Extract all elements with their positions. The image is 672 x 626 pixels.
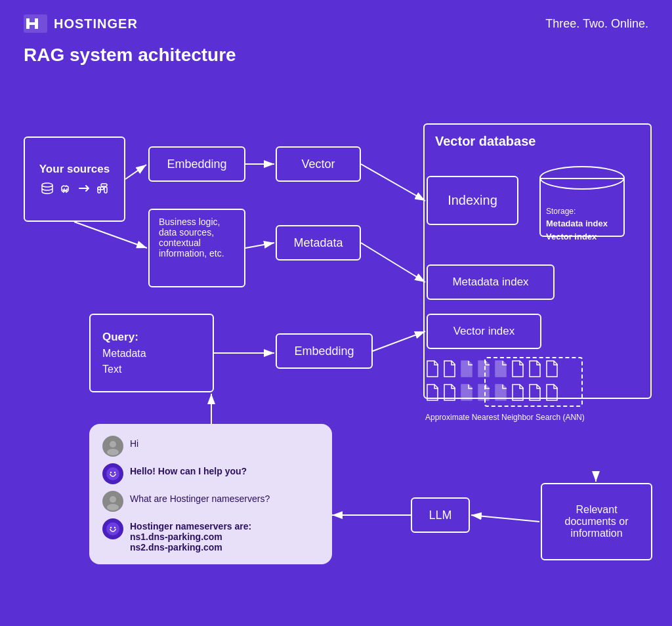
svg-line-2 bbox=[125, 165, 146, 179]
svg-point-26 bbox=[110, 496, 116, 503]
cylinder-text: Storage: Metadata index Vector index bbox=[546, 205, 608, 243]
embedding2-label: Embedding bbox=[294, 344, 354, 358]
page-title: RAG system achitecture bbox=[0, 39, 672, 77]
svg-point-29 bbox=[110, 527, 112, 528]
user-avatar-1 bbox=[102, 436, 123, 457]
indexing-label: Indexing bbox=[448, 193, 497, 208]
svg-point-23 bbox=[106, 467, 119, 480]
tagline: Three. Two. Online. bbox=[545, 17, 648, 31]
llm-label: LLM bbox=[429, 509, 452, 522]
query-box: Query: Metadata Text bbox=[89, 314, 214, 392]
svg-point-16 bbox=[66, 188, 68, 190]
query-text: Text bbox=[102, 364, 121, 375]
svg-point-30 bbox=[114, 527, 116, 528]
chat-msg-2: Hello! How can I help you? bbox=[130, 463, 247, 476]
chat-bubble: Hi Hello! How can I help you? What are H… bbox=[89, 424, 332, 564]
storage-cylinder: Storage: Metadata index Vector index bbox=[539, 166, 625, 241]
source-icons bbox=[40, 181, 110, 196]
svg-point-14 bbox=[42, 183, 52, 187]
svg-point-15 bbox=[64, 188, 65, 190]
storage-label: Storage: bbox=[546, 205, 608, 217]
bizlogic-label: Business logic, data sources, contextual… bbox=[159, 217, 235, 259]
vec-index-label: Vector index bbox=[453, 325, 515, 338]
vector-box: Vector bbox=[276, 146, 361, 182]
header: HOSTINGER Three. Two. Online. bbox=[0, 0, 672, 39]
svg-line-10 bbox=[471, 515, 539, 522]
diagram: Your sources Embedding Vector Business l… bbox=[0, 77, 672, 616]
ai-avatar-1 bbox=[102, 463, 123, 484]
relevant-label: Relevant documents or information bbox=[550, 504, 643, 539]
sources-label: Your sources bbox=[39, 163, 110, 176]
meta-index-label: Metadata index bbox=[452, 276, 528, 289]
svg-rect-18 bbox=[101, 184, 107, 186]
ai-avatar-2 bbox=[102, 518, 123, 539]
chat-msg-1: Hi bbox=[130, 436, 138, 449]
svg-line-5 bbox=[245, 243, 274, 248]
metadata-box: Metadata bbox=[276, 225, 361, 261]
vector-label: Vector bbox=[301, 157, 335, 171]
query-metadata: Metadata bbox=[102, 348, 146, 360]
svg-point-24 bbox=[110, 472, 112, 473]
chat-msg-3: What are Hostinger nameservers? bbox=[130, 491, 270, 504]
logo-text: HOSTINGER bbox=[54, 16, 138, 31]
svg-point-25 bbox=[114, 472, 116, 473]
svg-point-27 bbox=[107, 504, 119, 511]
storage-vec: Vector index bbox=[546, 230, 608, 243]
svg-rect-19 bbox=[104, 187, 107, 193]
vdb-label: Vector database bbox=[435, 134, 536, 149]
sources-box: Your sources bbox=[24, 136, 125, 222]
svg-point-22 bbox=[107, 449, 119, 455]
logo: HOSTINGER bbox=[24, 14, 138, 33]
meta-index-box: Metadata index bbox=[427, 264, 555, 300]
query-label: Query: bbox=[102, 331, 138, 344]
chat-row-4: Hostinger nameservers are: ns1.dns-parki… bbox=[102, 518, 319, 553]
chat-row-1: Hi bbox=[102, 436, 319, 457]
ann-label: Approximate Nearest Neighbor Search (ANN… bbox=[425, 412, 585, 423]
embedding-box: Embedding bbox=[148, 146, 245, 182]
relevant-docs-box: Relevant documents or information bbox=[541, 483, 652, 560]
chat-row-2: Hello! How can I help you? bbox=[102, 463, 319, 484]
chat-msg-4: Hostinger nameservers are: ns1.dns-parki… bbox=[130, 518, 251, 553]
storage-meta: Metadata index bbox=[546, 217, 608, 230]
svg-point-21 bbox=[110, 441, 116, 448]
bizlogic-box: Business logic, data sources, contextual… bbox=[148, 209, 245, 287]
cylinder-body: Storage: Metadata index Vector index bbox=[539, 178, 625, 237]
svg-line-4 bbox=[361, 164, 425, 201]
metadata-label: Metadata bbox=[293, 236, 343, 250]
svg-line-6 bbox=[361, 243, 425, 282]
embedding-label: Embedding bbox=[167, 157, 226, 171]
user-avatar-2 bbox=[102, 491, 123, 512]
vec-index-box: Vector index bbox=[427, 314, 541, 349]
svg-line-7 bbox=[373, 331, 425, 351]
chat-row-3: What are Hostinger nameservers? bbox=[102, 491, 319, 512]
svg-point-28 bbox=[106, 522, 119, 535]
ann-selection-box bbox=[484, 357, 583, 407]
svg-line-13 bbox=[74, 222, 147, 248]
indexing-box: Indexing bbox=[427, 176, 518, 225]
embedding2-box: Embedding bbox=[276, 333, 373, 369]
hostinger-logo-icon bbox=[24, 14, 47, 33]
llm-box: LLM bbox=[411, 497, 470, 533]
